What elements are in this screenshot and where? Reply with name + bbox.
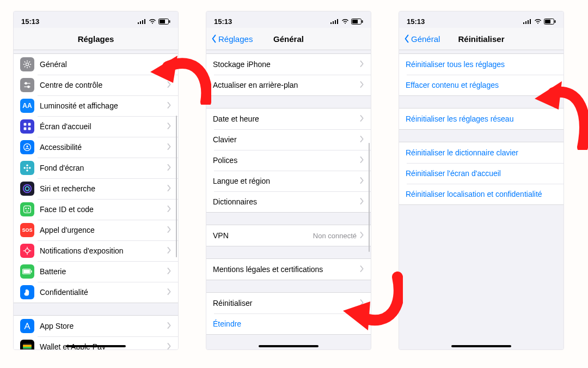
row-wallpaper[interactable]: Fond d'écran [14, 158, 178, 178]
row-storage[interactable]: Stockage iPhone [206, 54, 371, 75]
chevron-right-icon [167, 143, 171, 152]
row-label: Siri et recherche [40, 184, 167, 193]
wifi-icon [341, 19, 349, 24]
svg-rect-47 [330, 22, 332, 24]
row-language[interactable]: Langue et région [206, 171, 371, 191]
chevron-right-icon [360, 177, 364, 185]
home-indicator[interactable] [259, 345, 318, 347]
screen-general: 15:13 Réglages Général Stockage iPhoneAc… [206, 11, 371, 350]
row-fonts[interactable]: Polices [206, 150, 371, 171]
svg-point-28 [26, 170, 28, 172]
row-faceid[interactable]: Face ID et code [14, 199, 178, 220]
svg-rect-5 [160, 20, 165, 23]
svg-point-30 [29, 167, 31, 169]
row-label: VPN [213, 231, 313, 240]
nav-bar: Général Réinitialiser [399, 28, 564, 50]
svg-line-14 [24, 66, 26, 67]
row-accessibility[interactable]: Accessibilité [14, 137, 178, 158]
row-label: Réinitialiser tous les réglages [406, 60, 557, 69]
chevron-right-icon [360, 114, 364, 123]
back-button[interactable]: Réglages [211, 34, 253, 44]
row-exposure[interactable]: Notifications d'exposition [14, 240, 178, 261]
chevron-right-icon [167, 184, 171, 193]
row-label: Réinitialiser [213, 299, 360, 307]
row-privacy[interactable]: Confidentialité [14, 282, 178, 303]
row-siri[interactable]: Siri et recherche [14, 178, 178, 199]
svg-rect-55 [525, 21, 526, 24]
row-reset-dict[interactable]: Réinitialiser le dictionnaire clavier [399, 142, 564, 163]
svg-line-13 [29, 66, 30, 67]
row-dictionaries[interactable]: Dictionnaires [206, 191, 371, 212]
scrollbar[interactable] [176, 116, 177, 257]
status-time: 15:13 [21, 17, 39, 26]
home-indicator[interactable] [451, 345, 511, 347]
svg-rect-45 [23, 345, 32, 347]
svg-point-25 [26, 146, 28, 147]
chevron-right-icon [360, 81, 364, 89]
row-date-time[interactable]: Date et heure [206, 108, 371, 129]
chevron-right-icon [360, 231, 364, 240]
home-indicator[interactable] [66, 345, 126, 347]
row-keyboard[interactable]: Clavier [206, 129, 371, 150]
exposure-icon [20, 244, 34, 258]
row-reset-network[interactable]: Réinitialiser les réglages réseau [399, 108, 564, 129]
svg-rect-21 [28, 123, 31, 126]
svg-rect-56 [528, 20, 529, 24]
wifi-icon [534, 19, 542, 24]
svg-point-35 [28, 208, 29, 209]
row-control-center[interactable]: Centre de contrôle [14, 75, 178, 95]
row-reset-home[interactable]: Réinitialiser l'écran d'accueil [399, 163, 564, 184]
svg-point-34 [26, 208, 26, 209]
row-detail: Non connecté [313, 232, 357, 240]
chevron-right-icon [360, 299, 364, 307]
row-label: Date et heure [213, 114, 360, 123]
nav-title: Réglages [78, 34, 114, 44]
screen-reset: 15:13 Général Réinitialiser Réinitialise… [399, 11, 564, 350]
svg-rect-3 [144, 19, 145, 24]
nav-bar: Réglages [14, 28, 178, 50]
row-reset-location[interactable]: Réinitialiser localisation et confidenti… [399, 184, 564, 204]
chevron-right-icon [167, 122, 171, 131]
row-general[interactable]: Général [14, 54, 178, 75]
svg-rect-23 [28, 128, 31, 130]
svg-rect-1 [140, 21, 141, 24]
row-reset[interactable]: Réinitialiser [206, 293, 371, 313]
row-label: Confidentialité [40, 288, 167, 297]
svg-rect-46 [23, 347, 32, 349]
back-button[interactable]: Général [403, 34, 440, 44]
row-label: Dictionnaires [213, 197, 360, 206]
chevron-right-icon [167, 246, 171, 255]
row-vpn[interactable]: VPNNon connecté [206, 225, 371, 246]
accessibility-icon [20, 140, 34, 154]
row-reset-all[interactable]: Réinitialiser tous les réglages [399, 54, 564, 75]
row-label: Effacer contenu et réglages [406, 81, 557, 89]
battery-icon [544, 19, 556, 25]
row-appstore[interactable]: App Store [14, 316, 178, 336]
row-label: Notifications d'exposition [40, 246, 167, 255]
svg-line-12 [24, 62, 26, 63]
row-erase-all[interactable]: Effacer contenu et réglages [399, 75, 564, 95]
control-center-icon [20, 78, 34, 92]
svg-point-36 [25, 249, 29, 252]
row-home-screen[interactable]: Écran d'accueil [14, 116, 178, 137]
row-wallet[interactable]: Wallet et Apple Pay [14, 336, 178, 349]
row-label: Réinitialiser l'écran d'accueil [406, 169, 557, 178]
content: Stockage iPhoneActualiser en arrière-pla… [206, 50, 371, 349]
row-legal[interactable]: Mentions légales et certifications [206, 259, 371, 280]
row-label: Général [40, 60, 167, 69]
row-battery[interactable]: Batterie [14, 261, 178, 282]
screen-settings: 15:13 Réglages GénéralCentre de contrôle… [13, 11, 179, 350]
display-icon: AA [20, 99, 34, 113]
chevron-right-icon [167, 342, 171, 349]
svg-line-15 [29, 62, 30, 63]
svg-point-17 [25, 82, 27, 84]
row-background-refresh[interactable]: Actualiser en arrière-plan [206, 75, 371, 95]
row-sos[interactable]: SOSAppel d'urgence [14, 220, 178, 240]
row-label: Luminosité et affichage [40, 101, 167, 110]
content: GénéralCentre de contrôleAALuminosité et… [14, 50, 178, 349]
chevron-right-icon [167, 267, 171, 276]
row-shutdown[interactable]: Éteindre [206, 313, 371, 334]
row-display[interactable]: AALuminosité et affichage [14, 95, 178, 116]
scrollbar[interactable] [369, 143, 370, 252]
signal-icon [138, 19, 146, 24]
